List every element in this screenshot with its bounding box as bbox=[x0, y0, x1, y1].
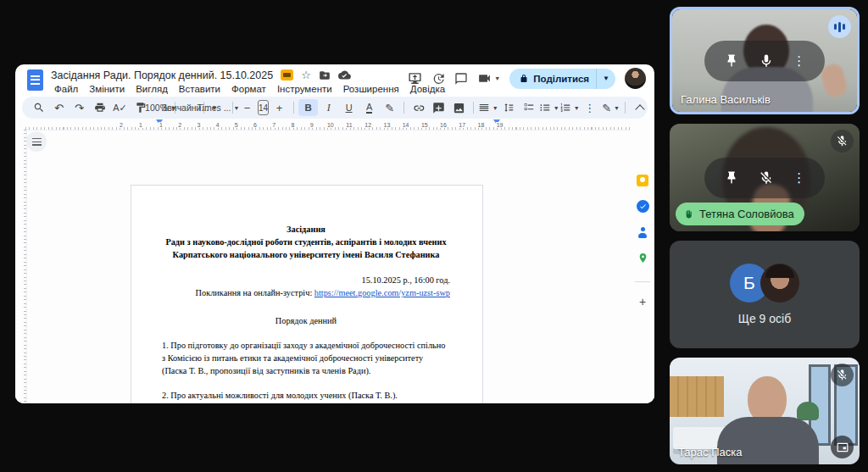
docs-toolbar: ↶ ↷ A✓ 100%▼ Звичайни...▼ Times ...▼ − 1… bbox=[22, 97, 648, 119]
ruler-number: 1 bbox=[138, 122, 143, 128]
lock-icon bbox=[519, 74, 529, 84]
menu-edit[interactable]: Змінити bbox=[84, 83, 130, 95]
picture-in-picture-button[interactable] bbox=[831, 436, 854, 458]
show-outline-button[interactable] bbox=[26, 131, 47, 152]
menu-tools[interactable]: Інструменти bbox=[272, 83, 337, 95]
font-size-field[interactable]: 14 bbox=[258, 100, 269, 115]
docs-window: Засідання Ради. Порядок денний. 15.10.20… bbox=[15, 64, 654, 403]
more-toolbar-options-button[interactable]: ⋮ bbox=[580, 99, 599, 116]
participant-name: Галина Васильків bbox=[681, 93, 771, 106]
search-menus-button[interactable] bbox=[29, 99, 48, 116]
title-row: Засідання Ради. Порядок денний. 15.10.20… bbox=[51, 69, 351, 81]
document-page[interactable]: Засідання Ради з науково-дослідної робот… bbox=[131, 185, 483, 403]
toolbar-divider bbox=[293, 102, 294, 114]
link-icon bbox=[412, 102, 425, 114]
doc-heading-line2: Ради з науково-дослідної роботи студенті… bbox=[162, 236, 450, 248]
bulleted-list-button[interactable]: ▼ bbox=[539, 99, 559, 116]
move-folder-icon[interactable] bbox=[319, 69, 331, 81]
meet-camera-button[interactable]: ▼ bbox=[477, 71, 500, 86]
font-select[interactable]: Times ...▼ bbox=[209, 99, 228, 116]
share-button[interactable]: Поділитися ▼ bbox=[509, 69, 615, 89]
checklist-button[interactable] bbox=[519, 99, 538, 116]
star-icon[interactable]: ☆ bbox=[301, 69, 311, 81]
participant-tile-halyna[interactable]: ⋮ Галина Васильків bbox=[670, 7, 860, 114]
bulleted-list-icon bbox=[539, 102, 551, 114]
text-align-button[interactable]: ▼ bbox=[478, 99, 498, 116]
bold-button[interactable]: B bbox=[298, 99, 318, 116]
italic-button[interactable]: I bbox=[319, 99, 338, 116]
participant-tile-overflow[interactable]: Б Ще 9 осіб bbox=[670, 241, 860, 348]
ruler-number: 16 bbox=[439, 122, 448, 128]
insert-link-button[interactable] bbox=[409, 99, 428, 116]
print-button[interactable] bbox=[90, 99, 109, 116]
doc-heading-line1: Засідання bbox=[162, 223, 450, 236]
ruler-number: 2 bbox=[177, 122, 182, 128]
avatar-photo bbox=[760, 264, 799, 303]
share-dropdown-caret[interactable]: ▼ bbox=[597, 75, 615, 82]
menu-view[interactable]: Вигляд bbox=[131, 83, 173, 95]
document-title[interactable]: Засідання Ради. Порядок денний. 15.10.20… bbox=[51, 69, 273, 81]
agenda-item-1: 1. Про підготовку до організації заходу … bbox=[162, 339, 450, 377]
tasks-icon[interactable] bbox=[637, 200, 649, 213]
comments-icon[interactable] bbox=[454, 72, 468, 86]
ruler-number: 15 bbox=[420, 122, 429, 128]
outline-icon bbox=[32, 138, 42, 146]
ruler-number: 19 bbox=[496, 122, 504, 128]
shared-folder-icon[interactable] bbox=[281, 69, 293, 81]
numbered-list-button[interactable]: ▼ bbox=[559, 99, 579, 116]
toolbar-divider bbox=[232, 102, 233, 114]
more-people-label: Ще 9 осіб bbox=[738, 312, 791, 325]
version-history-icon[interactable] bbox=[431, 72, 445, 86]
doc-heading-line3: Карпатського національного університету … bbox=[162, 248, 450, 261]
raised-hand-icon bbox=[682, 208, 694, 220]
spellcheck-button[interactable]: A✓ bbox=[110, 99, 130, 116]
participant-tile-tetiana[interactable]: ⋮ Тетяна Соловйова bbox=[670, 124, 860, 231]
keep-icon[interactable] bbox=[637, 175, 648, 186]
toolbar-divider bbox=[473, 102, 474, 114]
share-button-label: Поділитися bbox=[533, 74, 589, 84]
maps-icon[interactable] bbox=[637, 252, 648, 268]
more-options-icon[interactable]: ⋮ bbox=[793, 170, 805, 186]
text-color-button[interactable]: A bbox=[366, 102, 372, 114]
ruler-number: 12 bbox=[364, 122, 372, 128]
search-icon bbox=[33, 102, 45, 114]
contacts-icon[interactable] bbox=[637, 226, 648, 238]
undo-button[interactable]: ↶ bbox=[49, 99, 69, 116]
pin-icon[interactable] bbox=[724, 170, 739, 186]
menu-format[interactable]: Формат bbox=[226, 83, 271, 95]
participant-tile-taras[interactable]: Тарас Паска bbox=[670, 358, 860, 464]
mic-off-icon[interactable] bbox=[759, 170, 774, 186]
account-avatar[interactable] bbox=[625, 68, 646, 89]
ruler-number: 8 bbox=[290, 122, 295, 128]
line-spacing-icon bbox=[503, 102, 515, 114]
increase-font-size-button[interactable]: + bbox=[270, 99, 289, 116]
mic-icon[interactable] bbox=[759, 53, 774, 69]
more-options-icon[interactable]: ⋮ bbox=[793, 53, 805, 69]
line-spacing-button[interactable] bbox=[498, 99, 518, 116]
paragraph-styles-select[interactable]: Звичайни...▼ bbox=[180, 99, 199, 116]
get-add-ons-button[interactable]: + bbox=[639, 296, 646, 308]
menu-insert[interactable]: Вставити bbox=[174, 83, 225, 95]
underline-button[interactable]: U bbox=[339, 99, 359, 116]
cloud-status-icon[interactable] bbox=[338, 69, 351, 81]
add-comment-button[interactable] bbox=[429, 99, 448, 116]
doc-datetime: 15.10.2025 р., 16:00 год. bbox=[162, 274, 450, 286]
pin-icon[interactable] bbox=[724, 53, 739, 69]
redo-button[interactable]: ↷ bbox=[70, 99, 89, 116]
agenda-item-2: 2. Про актуальні можливості для молодих … bbox=[162, 389, 450, 402]
insert-image-button[interactable] bbox=[449, 99, 469, 116]
menu-extensions[interactable]: Розширення bbox=[338, 83, 404, 95]
highlight-color-button[interactable]: ✎ bbox=[380, 99, 399, 116]
present-to-meeting-icon[interactable] bbox=[408, 71, 422, 86]
ruler-number: 13 bbox=[382, 122, 391, 128]
editing-mode-button[interactable]: ✎ ▼ bbox=[601, 99, 620, 116]
ruler-number: 7 bbox=[271, 122, 276, 128]
decrease-font-size-button[interactable]: − bbox=[237, 99, 257, 116]
menu-file[interactable]: Файл bbox=[49, 83, 83, 95]
hide-menus-button[interactable] bbox=[630, 99, 649, 116]
horizontal-ruler: 2112345678910111213141516171819 bbox=[25, 119, 631, 130]
hand-raised-badge: Тетяна Соловйова bbox=[676, 203, 804, 225]
ruler-number: 1 bbox=[159, 122, 164, 128]
ruler-number: 11 bbox=[345, 122, 353, 128]
meet-link[interactable]: https://meet.google.com/yzm-uzst-swp bbox=[314, 288, 450, 297]
